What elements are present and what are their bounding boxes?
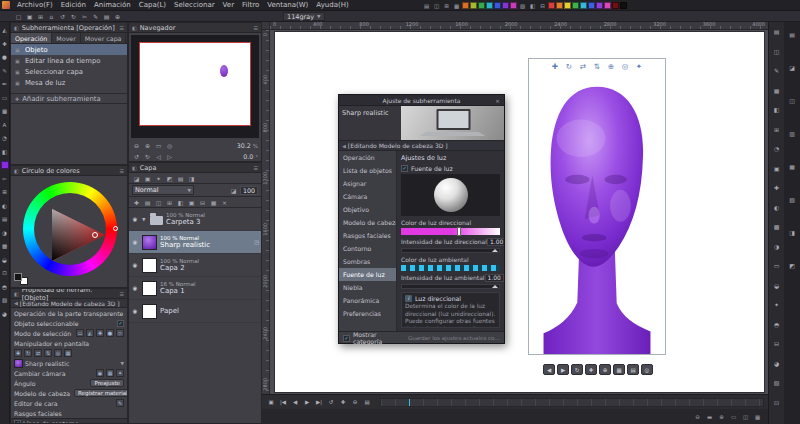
dialog-category-2[interactable]: Asignar [339,177,396,190]
right-tool-icon-1[interactable]: ◫ [772,47,781,56]
right-tool-icon-17[interactable]: ◕ [772,359,781,368]
navigator-canvas-frame[interactable] [139,42,251,126]
layer-fx-icon-4[interactable]: ▤ [176,174,185,183]
zoom-icon-1[interactable]: ⊕ [143,141,152,150]
command-icon-19[interactable] [588,2,595,9]
command-icon-11[interactable]: ▧ [518,1,527,10]
checkbox[interactable]: ✓ [117,320,124,327]
right-tool-icon-12[interactable]: ▭ [772,261,781,270]
layer-row[interactable]: ◉ 100 % Normal Capa 2 [129,254,261,277]
layer-action-icon-4[interactable]: ◧ [176,198,185,207]
manipulator-icon-4[interactable]: ⊕ [606,61,617,72]
dialog-category-8[interactable]: Sombras [339,255,396,268]
layer-fx-icon-5[interactable]: ◨ [187,174,196,183]
dialog-category-9[interactable]: Fuente de luz [339,268,396,281]
tool-icon-20[interactable]: ▧ [1,296,9,304]
manipulator-toggle[interactable]: ◎ [54,349,62,357]
subtool-item-3[interactable]: Mesa de luz [11,77,127,88]
layer-action-icon-6[interactable]: ⊟ [198,198,207,207]
checkbox[interactable]: ✓ [401,165,408,172]
layer-row[interactable]: ◉ Papel [129,300,261,323]
checkbox[interactable]: ✓ [14,420,21,424]
dialog-titlebar[interactable]: Ajuste de subherramienta × [339,95,504,106]
dock-icon-2[interactable]: ◫ [788,96,797,105]
opacity-control[interactable]: ◪ 100 [229,186,258,195]
ambient-color-bar[interactable] [401,265,500,271]
tool-icon-2[interactable]: ● [1,53,9,61]
toolbar-icon-4[interactable]: ↺ [58,12,67,21]
manipulator-icon-6[interactable]: ✦ [634,61,645,72]
manipulator-icon-1[interactable]: ↻ [564,61,575,72]
rotate-icon-1[interactable]: ↻ [143,152,152,161]
dialog-category-3[interactable]: Cámara [339,190,396,203]
tool-icon-13[interactable]: ◐ [1,202,9,210]
navigator-preview[interactable] [131,35,259,138]
light-preview-sphere[interactable] [434,178,468,212]
manipulator-icon-2[interactable]: ⇄ [578,61,589,72]
tool-icon-21[interactable]: ◕ [1,310,9,318]
sv-triangle[interactable] [51,208,107,262]
edit-face-button[interactable]: ✎ [116,399,124,407]
menu-item-0[interactable]: Archivo(F) [13,1,57,9]
toolbar-icon-1[interactable]: ▣ [25,12,34,21]
layer-row-selected[interactable]: ◉ 100 % Normal Sharp realistic ◳ [129,231,261,254]
toolbar-icon-8[interactable]: ▤ [102,12,111,21]
manipulator-icon-3[interactable]: ⇅ [592,61,603,72]
toolbar-icon-0[interactable]: ▢ [14,12,23,21]
rotate-icon-3[interactable]: ▷ [165,152,174,161]
manipulator-toggle[interactable]: ✚ [14,349,22,357]
panel-menu-icon[interactable]: ☰ [254,165,258,171]
status-icon-0[interactable]: ⊖ [693,412,702,421]
back-icon[interactable]: ◀ [342,143,346,149]
tool-icon-0[interactable]: ◭ [1,26,9,34]
3d-head-model[interactable] [534,82,660,354]
dialog-footer-note[interactable]: Guardar los ajustes actuales como ajuste… [408,335,500,341]
command-icon-10[interactable] [510,2,517,9]
right-tool-icon-10[interactable]: ▩ [772,222,781,231]
add-subtool-button[interactable]: ✚ Añadir subherramienta [11,93,127,104]
dialog-category-6[interactable]: Rasgos faciales [339,229,396,242]
tool-icon-4[interactable]: ✏ [1,80,9,88]
launcher-button-6[interactable]: ▤ [627,364,639,375]
chevron-down-icon[interactable]: ▼ [121,361,124,366]
menu-item-5[interactable]: Ver [219,1,238,9]
right-tool-icon-2[interactable]: ✎ [772,66,781,75]
close-icon[interactable]: × [493,96,502,105]
dialog-category-7[interactable]: Contorno [339,242,396,255]
dialog-category-5[interactable]: Modelo de cabeza [339,216,396,229]
command-icon-1[interactable]: ◫ [432,1,441,10]
toolbar-icon-7[interactable]: ✎ [91,12,100,21]
menu-item-4[interactable]: Seleccionar [170,1,219,9]
menu-item-6[interactable]: Filtro [238,1,263,9]
dock-icon-1[interactable]: ◪ [788,63,797,72]
status-icon-2[interactable]: ⊕ [717,412,726,421]
dialog-category-11[interactable]: Panorámica [339,294,396,307]
right-tool-icon-13[interactable]: ◒ [772,281,781,290]
layer-fx-icon-0[interactable]: ◪ [132,174,141,183]
command-icon-13[interactable]: ⊟ [538,1,547,10]
layer-action-icon-1[interactable]: ▤ [143,198,152,207]
command-icon-17[interactable] [572,2,579,9]
tool-icon-19[interactable]: ◓ [1,283,9,291]
manipulator-icon-5[interactable]: ◎ [620,61,631,72]
command-icon-14[interactable] [548,2,555,9]
subtool-item-2[interactable]: Seleccionar capa [11,66,127,77]
manipulator-toggle[interactable]: ⇄ [34,349,42,357]
selection-mode-button[interactable]: ◭ [86,329,94,337]
dialog-category-1[interactable]: Lista de objetos [339,164,396,177]
blend-mode-select[interactable]: Normal ▼ [132,185,194,195]
command-icon-6[interactable] [478,2,485,9]
selection-mode-button[interactable]: ✚ [96,329,104,337]
right-tool-icon-0[interactable]: ▤ [772,27,781,36]
register-material-button[interactable]: Registrar material [74,389,127,397]
manipulator-icon-0[interactable]: ✚ [550,61,561,72]
manipulator-toggle[interactable]: ▦ [64,349,72,357]
manipulator-toggle[interactable]: ↻ [24,349,32,357]
right-tool-icon-18[interactable]: ▧ [772,378,781,387]
layer-action-icon-7[interactable]: ▦ [209,198,218,207]
subtool-tab-2[interactable]: Mover capa [81,33,127,43]
fg-bg-swatches[interactable] [14,273,28,285]
layer-action-icon-0[interactable]: ✚ [132,198,141,207]
light-source-checkbox-row[interactable]: ✓ Fuente de luz [401,165,500,172]
command-icon-12[interactable]: ◧ [528,1,537,10]
